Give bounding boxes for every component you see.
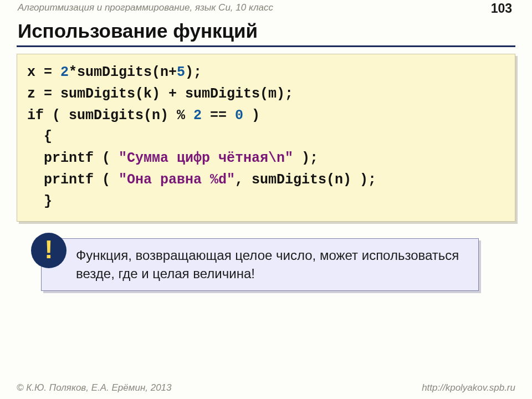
code-line-3: if ( sumDigits(n) % 2 == 0 ) [27,108,260,124]
code-line-5: printf ( "Сумма цифр чётная\n" ); [27,150,318,166]
footer-copyright: © К.Ю. Поляков, Е.А. Ерёмин, 2013 [17,382,172,393]
footer-url: http://kpolyakov.spb.ru [422,382,515,393]
code-block: x = 2*sumDigits(n+5); z = sumDigits(k) +… [17,54,515,222]
code-line-2: z = sumDigits(k) + sumDigits(m); [27,86,293,102]
page-title: Использование функций [17,16,515,47]
code-line-6: printf ( "Она равна %d", sumDigits(n) ); [27,172,376,188]
note-text: Функция, возвращающая целое число, может… [41,238,479,291]
page-number: 103 [491,1,512,16]
code-line-1: x = 2*sumDigits(n+5); [27,64,202,80]
header-strip: Алгоритмизация и программирование, язык … [17,0,515,16]
note-block: ! Функция, возвращающая целое число, мож… [17,238,515,291]
code-line-4: { [27,129,52,145]
exclamation-icon: ! [31,233,66,268]
breadcrumb: Алгоритмизация и программирование, язык … [18,2,273,13]
code-line-7: } [27,193,52,209]
footer: © К.Ю. Поляков, Е.А. Ерёмин, 2013 http:/… [17,382,515,393]
slide: Алгоритмизация и программирование, язык … [0,0,532,399]
